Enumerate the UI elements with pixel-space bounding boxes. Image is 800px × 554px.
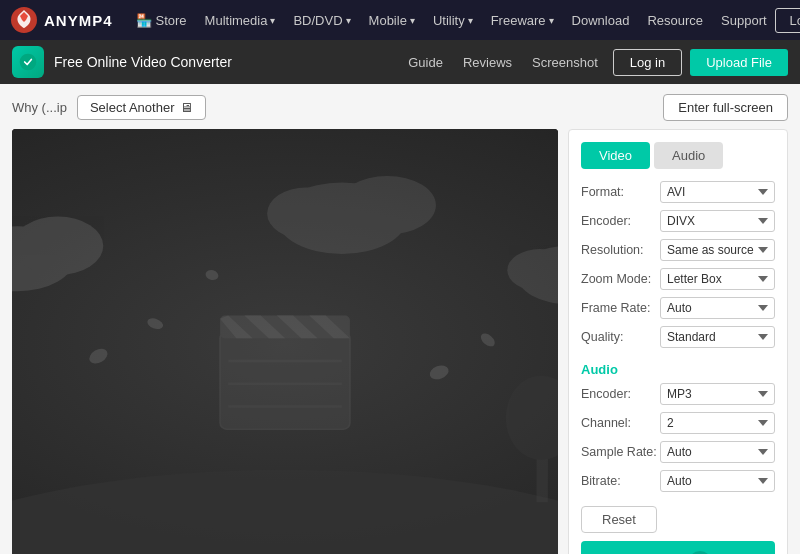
monitor-icon: 🖥 bbox=[180, 100, 193, 115]
bitrate-select[interactable]: Auto bbox=[660, 470, 775, 492]
app-logo-icon bbox=[12, 46, 44, 78]
resolution-select[interactable]: Same as source bbox=[660, 239, 775, 261]
second-nav-links: Guide Reviews Screenshot bbox=[408, 55, 598, 70]
nav-item-bddvd[interactable]: BD/DVD ▾ bbox=[285, 7, 358, 34]
svg-rect-21 bbox=[220, 332, 350, 429]
video-panel: ⏮ ⏭ 🔊 bbox=[12, 129, 558, 554]
screenshot-link[interactable]: Screenshot bbox=[532, 55, 598, 70]
fullscreen-button[interactable]: Enter full-screen bbox=[663, 94, 788, 121]
settings-panel: Video Audio Format: AVI Encoder: DIVX bbox=[568, 129, 788, 554]
logo-area: ANYMP4 bbox=[10, 6, 113, 34]
video-scene bbox=[12, 129, 558, 554]
chevron-down-icon: ▾ bbox=[410, 15, 415, 26]
audio-settings-rows: Encoder: MP3 Channel: 2 Sample Rate: Aut… bbox=[581, 383, 775, 492]
nav-item-download[interactable]: Download bbox=[564, 7, 638, 34]
tab-video[interactable]: Video bbox=[581, 142, 650, 169]
setting-quality: Quality: Standard bbox=[581, 326, 775, 348]
panel-tabs: Video Audio bbox=[581, 142, 775, 169]
store-icon: 🏪 bbox=[136, 13, 152, 28]
format-select[interactable]: AVI bbox=[660, 181, 775, 203]
nav-item-resource[interactable]: Resource bbox=[639, 7, 711, 34]
setting-audio-encoder: Encoder: MP3 bbox=[581, 383, 775, 405]
svg-point-8 bbox=[339, 176, 436, 234]
top-navigation: ANYMP4 🏪 Store Multimedia ▾ BD/DVD ▾ Mob… bbox=[0, 0, 800, 40]
toolbar-row: Why (...ip Select Another 🖥 Enter full-s… bbox=[12, 94, 788, 121]
reviews-link[interactable]: Reviews bbox=[463, 55, 512, 70]
chevron-down-icon: ▾ bbox=[549, 15, 554, 26]
anymp4-logo-icon bbox=[10, 6, 38, 34]
audio-encoder-select[interactable]: MP3 bbox=[660, 383, 775, 405]
log-in-button[interactable]: Log in bbox=[613, 49, 682, 76]
setting-sample-rate: Sample Rate: Auto bbox=[581, 441, 775, 463]
setting-frame-rate: Frame Rate: Auto bbox=[581, 297, 775, 319]
channel-select[interactable]: 2 bbox=[660, 412, 775, 434]
sample-rate-select[interactable]: Auto bbox=[660, 441, 775, 463]
why-text: Why (...ip bbox=[12, 100, 67, 115]
logo-text: ANYMP4 bbox=[44, 12, 113, 29]
video-settings-rows: Format: AVI Encoder: DIVX Resolution: Sa… bbox=[581, 181, 775, 348]
login-button[interactable]: Login bbox=[775, 8, 800, 33]
guide-link[interactable]: Guide bbox=[408, 55, 443, 70]
app-title: Free Online Video Converter bbox=[54, 54, 408, 70]
setting-channel: Channel: 2 bbox=[581, 412, 775, 434]
nav-item-store[interactable]: 🏪 Store bbox=[128, 7, 195, 34]
nav-item-utility[interactable]: Utility ▾ bbox=[425, 7, 481, 34]
video-viewport bbox=[12, 129, 558, 554]
setting-zoom-mode: Zoom Mode: Letter Box bbox=[581, 268, 775, 290]
quality-select[interactable]: Standard bbox=[660, 326, 775, 348]
toolbar-left: Why (...ip Select Another 🖥 bbox=[12, 95, 206, 120]
encoder-select[interactable]: DIVX bbox=[660, 210, 775, 232]
nav-item-freeware[interactable]: Freeware ▾ bbox=[483, 7, 562, 34]
upload-file-button[interactable]: Upload File bbox=[690, 49, 788, 76]
content-area: Why (...ip Select Another 🖥 Enter full-s… bbox=[0, 84, 800, 554]
setting-encoder: Encoder: DIVX bbox=[581, 210, 775, 232]
top-nav-items: 🏪 Store Multimedia ▾ BD/DVD ▾ Mobile ▾ U… bbox=[128, 7, 775, 34]
tab-audio[interactable]: Audio bbox=[654, 142, 723, 169]
select-another-button[interactable]: Select Another 🖥 bbox=[77, 95, 207, 120]
audio-section-title: Audio bbox=[581, 362, 775, 377]
nav-item-multimedia[interactable]: Multimedia ▾ bbox=[197, 7, 284, 34]
svg-point-1 bbox=[20, 54, 37, 71]
chevron-down-icon: ▾ bbox=[468, 15, 473, 26]
second-navigation: Free Online Video Converter Guide Review… bbox=[0, 40, 800, 84]
svg-point-9 bbox=[267, 187, 345, 239]
nav-item-mobile[interactable]: Mobile ▾ bbox=[361, 7, 423, 34]
chevron-down-icon: ▾ bbox=[270, 15, 275, 26]
frame-rate-select[interactable]: Auto bbox=[660, 297, 775, 319]
chevron-down-icon: ▾ bbox=[346, 15, 351, 26]
nav-item-support[interactable]: Support bbox=[713, 7, 775, 34]
svg-point-5 bbox=[12, 217, 103, 275]
reset-button[interactable]: Reset bbox=[581, 506, 657, 533]
main-panels: ⏮ ⏭ 🔊 bbox=[12, 129, 788, 554]
setting-resolution: Resolution: Same as source bbox=[581, 239, 775, 261]
setting-bitrate: Bitrate: Auto bbox=[581, 470, 775, 492]
save-button[interactable]: Save ▶ bbox=[581, 541, 775, 554]
zoom-mode-select[interactable]: Letter Box bbox=[660, 268, 775, 290]
setting-format: Format: AVI bbox=[581, 181, 775, 203]
